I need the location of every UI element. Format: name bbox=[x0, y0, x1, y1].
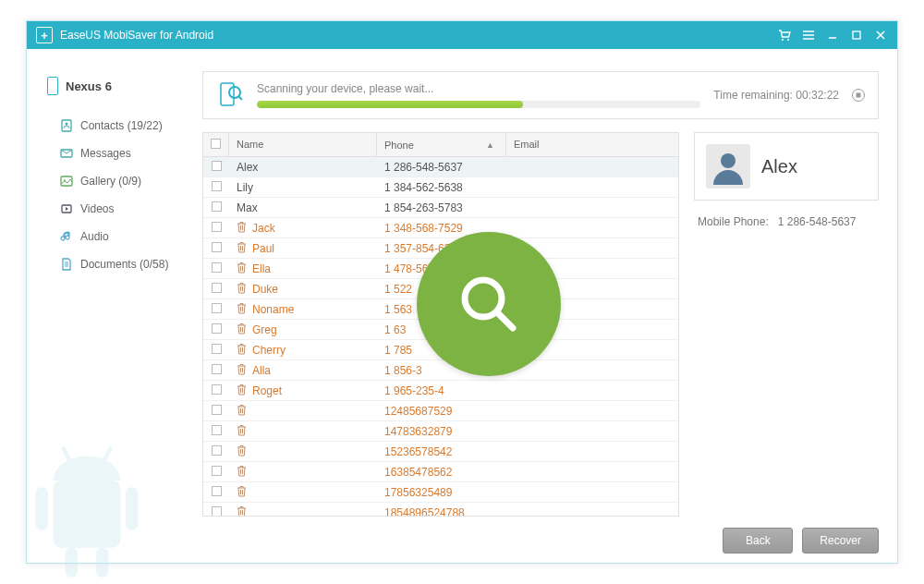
svg-line-15 bbox=[104, 447, 111, 461]
row-checkbox[interactable] bbox=[212, 222, 222, 232]
row-checkbox[interactable] bbox=[212, 303, 222, 313]
svg-rect-12 bbox=[66, 548, 78, 578]
contact-name: Paul bbox=[252, 242, 274, 255]
table-row[interactable]: 12485687529 bbox=[203, 401, 678, 421]
close-button[interactable] bbox=[873, 29, 888, 42]
row-checkbox[interactable] bbox=[212, 201, 222, 212]
contact-email bbox=[506, 429, 678, 434]
sidebar-item-gallery[interactable]: Gallery (0/9) bbox=[47, 167, 193, 195]
row-checkbox[interactable] bbox=[212, 344, 222, 354]
table-row[interactable]: 14783632879 bbox=[203, 421, 678, 442]
mobile-label: Mobile Phone: bbox=[698, 215, 769, 228]
videos-icon bbox=[60, 202, 73, 215]
sidebar-item-videos[interactable]: Videos bbox=[47, 195, 193, 223]
contact-name: Cherry bbox=[252, 344, 286, 357]
maximize-button[interactable] bbox=[849, 29, 864, 42]
contact-phone: 1 854-263-5783 bbox=[377, 199, 506, 217]
sidebar-item-label: Gallery (0/9) bbox=[80, 175, 141, 188]
row-checkbox[interactable] bbox=[212, 405, 222, 415]
table-header: Name Phone▲ Email bbox=[203, 133, 678, 157]
row-checkbox[interactable] bbox=[212, 262, 222, 273]
svg-line-21 bbox=[497, 312, 513, 328]
trash-icon bbox=[237, 485, 247, 500]
contact-name: Roget bbox=[252, 384, 282, 397]
row-checkbox[interactable] bbox=[212, 445, 222, 456]
contact-email bbox=[506, 449, 678, 455]
sidebar-item-label: Videos bbox=[80, 202, 114, 215]
sidebar-item-messages[interactable]: Messages bbox=[47, 140, 193, 167]
table-row[interactable]: Lily1 384-562-5638 bbox=[203, 177, 678, 198]
contact-phone: 1 384-562-5638 bbox=[377, 178, 506, 197]
table-row[interactable]: Alla1 856-3 bbox=[203, 360, 678, 381]
trash-icon bbox=[237, 282, 247, 297]
svg-rect-10 bbox=[36, 487, 48, 530]
col-name[interactable]: Name bbox=[229, 133, 377, 156]
search-overlay-icon bbox=[417, 232, 561, 376]
contact-name: Max bbox=[237, 201, 258, 214]
contact-email bbox=[506, 368, 678, 373]
sidebar-item-label: Audio bbox=[80, 230, 109, 243]
select-all-checkbox[interactable] bbox=[211, 139, 221, 149]
sidebar-item-documents[interactable]: Documents (0/58) bbox=[47, 250, 193, 278]
table-row[interactable]: Max1 854-263-5783 bbox=[203, 198, 678, 218]
menu-icon[interactable] bbox=[801, 29, 816, 42]
progress-bar bbox=[257, 101, 700, 108]
contact-email bbox=[506, 469, 678, 475]
contact-name: Alla bbox=[252, 364, 271, 377]
trash-icon bbox=[237, 302, 247, 317]
row-checkbox[interactable] bbox=[212, 181, 222, 191]
contact-name: Noname bbox=[252, 303, 294, 316]
row-checkbox[interactable] bbox=[212, 486, 222, 496]
recover-button[interactable]: Recover bbox=[802, 528, 879, 554]
contact-phone: 1 965-235-4 bbox=[377, 382, 506, 400]
trash-icon bbox=[237, 465, 247, 480]
device-name: Nexus 6 bbox=[66, 79, 112, 93]
row-checkbox[interactable] bbox=[212, 506, 222, 517]
audio-icon bbox=[60, 230, 73, 243]
col-email[interactable]: Email bbox=[506, 133, 678, 156]
contact-email bbox=[506, 490, 678, 495]
sidebar-item-contacts[interactable]: Contacts (19/22) bbox=[47, 112, 193, 140]
app-logo-icon: + bbox=[36, 27, 53, 43]
row-checkbox[interactable] bbox=[212, 364, 222, 374]
svg-point-19 bbox=[721, 153, 736, 168]
trash-icon bbox=[237, 424, 247, 439]
row-checkbox[interactable] bbox=[212, 161, 222, 171]
table-row[interactable]: 15236578542 bbox=[203, 442, 678, 462]
gallery-icon bbox=[60, 175, 73, 188]
svg-rect-6 bbox=[61, 176, 72, 186]
contact-phone: 17856325489 bbox=[377, 483, 506, 502]
contact-phone: 14783632879 bbox=[377, 422, 506, 441]
table-row[interactable]: 16385478562 bbox=[203, 462, 678, 482]
titlebar: + EaseUS MobiSaver for Android bbox=[27, 21, 897, 49]
table-row[interactable]: 17856325489 bbox=[203, 482, 678, 503]
trash-icon bbox=[237, 444, 247, 459]
cart-icon[interactable] bbox=[777, 29, 792, 42]
contact-name: Lily bbox=[237, 181, 253, 194]
row-checkbox[interactable] bbox=[212, 323, 222, 334]
contact-name: Ella bbox=[252, 262, 271, 275]
phone-icon bbox=[47, 77, 58, 95]
contact-email bbox=[506, 185, 678, 190]
table-row[interactable]: Roget1 965-235-4 bbox=[203, 381, 678, 401]
row-checkbox[interactable] bbox=[212, 283, 222, 293]
stop-scan-button[interactable] bbox=[852, 89, 865, 102]
back-button[interactable]: Back bbox=[723, 528, 793, 554]
row-checkbox[interactable] bbox=[212, 425, 222, 435]
contact-phone: 1 286-548-5637 bbox=[377, 158, 506, 176]
sidebar-item-label: Messages bbox=[80, 147, 131, 160]
table-row[interactable]: Alex1 286-548-5637 bbox=[203, 157, 678, 177]
avatar bbox=[706, 144, 750, 189]
row-checkbox[interactable] bbox=[212, 466, 222, 476]
minimize-button[interactable] bbox=[825, 29, 840, 42]
row-checkbox[interactable] bbox=[212, 242, 222, 252]
svg-rect-11 bbox=[126, 487, 138, 530]
svg-line-14 bbox=[63, 447, 69, 461]
row-checkbox[interactable] bbox=[212, 384, 222, 395]
col-phone[interactable]: Phone▲ bbox=[377, 133, 506, 156]
contact-phone: 15236578542 bbox=[377, 443, 506, 461]
table-row[interactable]: Jack1 348-568-7529 bbox=[203, 218, 678, 238]
mobile-value: 1 286-548-5637 bbox=[778, 215, 857, 228]
sidebar-item-audio[interactable]: Audio bbox=[47, 223, 193, 250]
table-row[interactable]: 1854896524788 bbox=[203, 503, 678, 517]
